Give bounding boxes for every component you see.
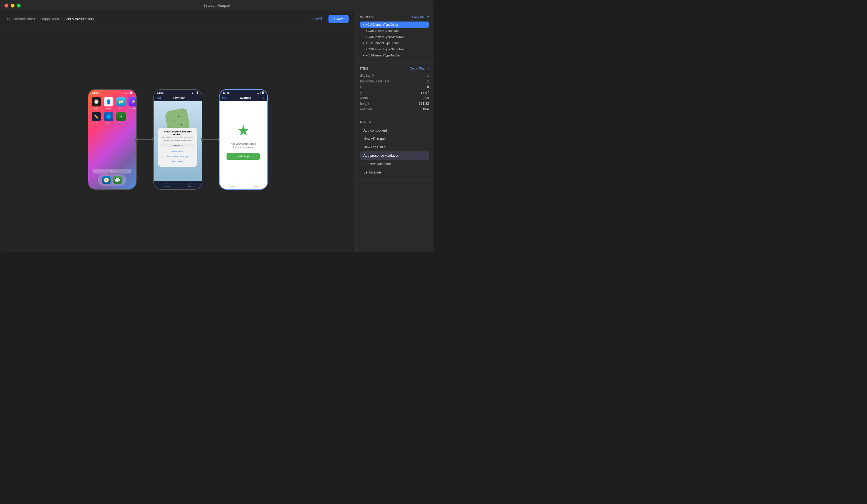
phone2-icons: ▲●▊ — [191, 92, 198, 94]
add-stop-button[interactable]: Add Stop — [226, 153, 260, 160]
prop-key-hsizeclass: horizontalSizeClass — [360, 79, 389, 83]
prop-key-x: x — [360, 85, 362, 89]
content-area: 🗂 Favorite rides / Happy path / Add a fa… — [0, 11, 355, 252]
prop-height: height 671.33 — [360, 101, 429, 106]
tree-item-tabbar[interactable]: ▾ XCUIElementTypeTabBar — [360, 52, 429, 58]
item-section-header: ITEM Copy XPath ▾ — [360, 66, 429, 70]
copy-xml-button[interactable]: Copy XML ▾ — [412, 15, 429, 19]
safari-icon[interactable]: 🧭 — [102, 176, 110, 184]
phone3-edit-btn[interactable]: Edit — [222, 97, 227, 99]
perm-precise: ✦ Precise: On — [161, 143, 194, 147]
phone2-add-btn[interactable]: + — [197, 97, 199, 99]
prop-hsizeclass: horizontalSizeClass 1 — [360, 78, 429, 84]
breadcrumb-sep2: / — [61, 17, 62, 21]
copy-xpath-label: Copy XPath — [410, 67, 426, 70]
phone2-tab-bar: ★Favorites ⊙Stops — [154, 181, 202, 189]
main-layout: 🗂 Favorite rides / Happy path / Add a fa… — [0, 11, 434, 252]
item-properties: displayID 1 horizontalSizeClass 1 x 0 y … — [360, 73, 429, 112]
allow-while-btn[interactable]: Allow While Using App — [161, 154, 194, 159]
phone1-icons: ▲●▊ — [125, 92, 132, 94]
prop-val-width: 393 — [424, 96, 429, 100]
tree-item-statictext-1[interactable]: XCUIElementTypeStaticText — [360, 34, 429, 40]
dont-allow-btn[interactable]: Don't Allow — [161, 159, 194, 164]
allow-once-btn[interactable]: Allow Once — [161, 149, 194, 154]
breadcrumb-path1: Favorite rides — [13, 17, 35, 21]
phone2-edit-btn[interactable]: Edit — [157, 97, 161, 99]
tree-item-other-selected[interactable]: ▾ XCUIElementTypeOther — [360, 22, 429, 28]
perm-desc: Your location is used to track your ride… — [161, 137, 194, 141]
tree-toggle: ▾ — [363, 23, 364, 26]
phone1-app-row2: ✏️ Freeform 🌐 WebOver... — [92, 112, 133, 124]
app-watch[interactable]: ⌚ Watch — [92, 97, 101, 109]
steps-section-title: STEPS — [360, 120, 371, 124]
copy-xml-label: Copy XML — [412, 15, 426, 19]
save-button[interactable]: Save — [329, 15, 349, 23]
app-weboverflow[interactable]: 🌐 WebOver... — [104, 112, 114, 124]
prop-displayid: displayID 1 — [360, 73, 429, 78]
title-bar: Bytesalt Runpad — [0, 0, 434, 11]
permission-dialog: Allow "Alight" to use your location? You… — [158, 128, 197, 167]
phone3-add-btn[interactable]: + — [263, 97, 264, 99]
phone2-tab-favorites[interactable]: ★Favorites — [163, 183, 170, 187]
phone2-nav: Edit Favorites + — [154, 95, 202, 101]
maximize-button[interactable] — [17, 4, 21, 8]
app-alight[interactable]: H Alight — [116, 112, 126, 124]
phone2-time: 12:42 — [157, 92, 164, 94]
minimize-button[interactable] — [11, 4, 14, 8]
phone3-icons: ▲●▊ — [257, 92, 264, 94]
prop-width: width 393 — [360, 95, 429, 101]
phone1-content: 12:41 ▲●▊ ⌚ — [88, 90, 136, 189]
step-add-text[interactable]: Add text validation — [360, 160, 429, 168]
window-controls — [4, 4, 21, 8]
app-contacts[interactable]: 👤 Contacts — [104, 97, 114, 109]
phone2-tab-stops[interactable]: ⊙Stops — [188, 183, 192, 187]
phone3-wrapper: 12:45 ▲●▊ Edit Favorites + — [219, 89, 268, 190]
phone1-search[interactable]: 🔍 Search — [93, 169, 131, 173]
screen-section-header: SCREEN Copy XML ▾ — [360, 15, 429, 19]
item-section: ITEM Copy XPath ▾ displayID 1 horizontal… — [355, 63, 434, 116]
cancel-button[interactable]: Cancel — [306, 15, 325, 23]
header-bar: 🗂 Favorite rides / Happy path / Add a fa… — [0, 11, 355, 27]
map-city-chennai — [181, 124, 182, 126]
step-add-component[interactable]: Add component — [360, 126, 429, 135]
map-city-mumbai — [173, 121, 174, 123]
breadcrumb-sep1: / — [37, 17, 38, 21]
prop-val-displayid: 1 — [427, 74, 429, 78]
phone1-status-bar: 12:41 ▲●▊ — [88, 90, 136, 95]
phone2-frame: 12:42 ▲●▊ Edit Favorites + — [153, 89, 202, 190]
tree-item-image[interactable]: XCUIElementTypeImage — [360, 28, 429, 34]
app-freeform[interactable]: ✏️ Freeform — [92, 112, 101, 124]
messages-icon[interactable]: 💬 — [114, 176, 122, 184]
phone3-tab-stops[interactable]: ⊙Stops — [254, 183, 258, 187]
connector-1 — [137, 139, 153, 140]
tree-item-button[interactable]: ▾ XCUIElementTypeButton — [360, 40, 429, 46]
copy-xpath-chevron: ▾ — [427, 66, 429, 70]
phone2-title: Favorites — [173, 96, 185, 99]
prop-val-y: 97.67 — [421, 90, 429, 94]
prop-key-displayid: displayID — [360, 74, 374, 78]
prop-x: x 0 — [360, 84, 429, 90]
step-add-presence[interactable]: Add presence validation — [360, 151, 429, 160]
phone1-dock: 🧭 💬 — [98, 174, 126, 186]
step-set-location[interactable]: Set location — [360, 168, 429, 176]
prop-val-enabled: true — [423, 107, 429, 111]
step-new-code[interactable]: New code step — [360, 143, 429, 151]
phone3-title: Favorites — [238, 96, 251, 99]
step-new-api[interactable]: New API request — [360, 135, 429, 143]
phone3-status-bar: 12:45 ▲●▊ — [220, 90, 267, 95]
prop-key-height: height — [360, 102, 369, 106]
close-button[interactable] — [4, 4, 8, 8]
steps-section: STEPS Add component New API request New … — [355, 116, 434, 181]
breadcrumb-path2: Happy path — [40, 17, 59, 21]
tree-btn-toggle: ▾ — [363, 42, 364, 44]
steps-list: Add component New API request New code s… — [360, 126, 429, 176]
breadcrumb-current: Add a favorite bus — [65, 17, 94, 21]
phone1-wrapper: 12:41 ▲●▊ ⌚ — [88, 89, 137, 190]
copy-xpath-button[interactable]: Copy XPath ▾ — [410, 66, 429, 70]
favorites-content: ★ Add your favorite ridesfor quicker acc… — [220, 101, 267, 181]
phone3-tab-favorites[interactable]: ★Favorites — [228, 183, 235, 187]
tree-item-statictext-2[interactable]: XCUIElementTypeStaticText — [360, 46, 429, 52]
prop-key-enabled: enabled — [360, 107, 372, 111]
app-files[interactable]: 📁 Files — [116, 97, 126, 109]
app-shortcuts[interactable]: ⚡ Shortcuts — [128, 97, 137, 109]
